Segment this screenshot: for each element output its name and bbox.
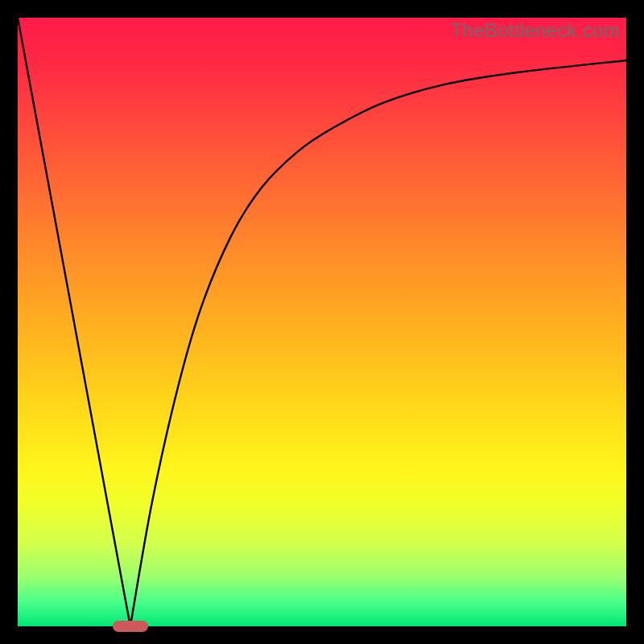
chart-frame: TheBottleneck.com [0, 0, 644, 644]
bottleneck-curve [18, 18, 626, 626]
plot-area: TheBottleneck.com [18, 18, 626, 626]
optimal-marker [113, 621, 148, 632]
curve-path [18, 18, 626, 626]
